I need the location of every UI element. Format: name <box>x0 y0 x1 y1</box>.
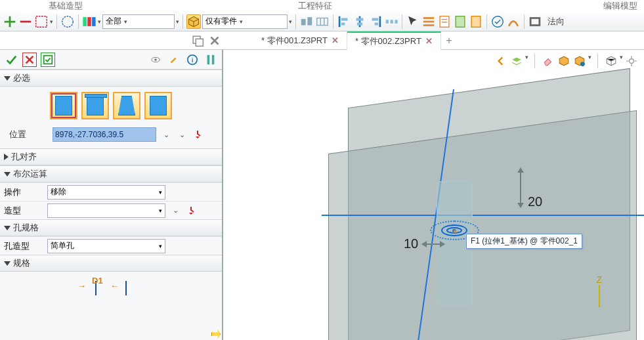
pick-icon[interactable] <box>192 129 204 140</box>
top-categories: 基础造型 工程特征 编辑模型 <box>0 0 644 12</box>
panel-boolean[interactable]: 布尔运算 <box>0 165 222 182</box>
expand-icon[interactable] <box>204 53 218 67</box>
svg-rect-19 <box>375 22 379 25</box>
align-l-icon[interactable] <box>337 14 351 29</box>
shape-label: 造型 <box>4 205 43 217</box>
panel-title: 规格 <box>13 257 30 269</box>
center-marker-icon: ✶ <box>452 227 458 236</box>
brush-icon[interactable] <box>167 53 181 67</box>
svg-text:i: i <box>192 56 194 63</box>
holetype-value: 简单孔 <box>51 240 74 251</box>
panel-hole-align[interactable]: 孔对齐 <box>0 148 222 165</box>
panel-close-icon[interactable] <box>207 33 222 48</box>
svg-point-2 <box>62 16 74 27</box>
operation-value: 移除 <box>51 186 66 198</box>
cursor-icon[interactable] <box>406 14 420 29</box>
circle-check-icon[interactable] <box>490 14 505 29</box>
svg-rect-16 <box>357 22 362 25</box>
info-icon[interactable]: i <box>185 53 200 67</box>
svg-rect-13 <box>341 22 345 25</box>
dropdown2-icon[interactable]: ⌄ <box>176 129 188 140</box>
d1-label: D1 <box>92 276 103 286</box>
filter-combo[interactable]: 仅有零件▾ <box>202 14 288 29</box>
axis-z-indicator: Z <box>596 274 602 307</box>
circle-select-icon[interactable] <box>60 14 75 29</box>
add-icon[interactable] <box>3 14 17 29</box>
svg-rect-20 <box>386 20 389 24</box>
holetype-t-button[interactable] <box>81 92 109 119</box>
add-tab-button[interactable]: + <box>441 35 457 47</box>
cat-feature[interactable]: 工程特征 <box>131 0 499 12</box>
tab-label: * 零件002.Z3PRT <box>355 35 421 47</box>
doc3-icon[interactable] <box>469 14 483 29</box>
holetype-edit-button[interactable] <box>144 92 172 119</box>
panel-hole-spec[interactable]: 孔规格 <box>0 219 222 236</box>
svg-rect-1 <box>36 16 47 27</box>
align-r-icon[interactable] <box>368 14 383 29</box>
arc-icon[interactable] <box>506 14 521 29</box>
close-icon[interactable]: ✕ <box>425 36 433 46</box>
scope-combo[interactable]: 全部▾ <box>102 14 175 29</box>
operation-dropdown[interactable]: 移除▾ <box>47 185 165 200</box>
svg-rect-40 <box>207 54 210 64</box>
holetype-simple-button[interactable] <box>50 92 77 119</box>
eye-icon[interactable] <box>148 53 163 67</box>
panel-title: 必选 <box>13 72 30 84</box>
svg-rect-25 <box>423 24 435 26</box>
svg-rect-8 <box>317 18 328 25</box>
group2-icon[interactable] <box>315 14 330 29</box>
group1-icon[interactable] <box>299 14 314 29</box>
svg-rect-3 <box>83 17 87 26</box>
close-icon[interactable]: ✕ <box>332 35 339 45</box>
dimension-20[interactable]: 20 <box>520 168 521 207</box>
axis-horizontal <box>322 215 644 216</box>
normal-label[interactable]: 法向 <box>547 16 565 28</box>
palette-icon[interactable] <box>82 14 97 29</box>
svg-point-37 <box>154 58 157 61</box>
position-input[interactable] <box>53 127 156 142</box>
svg-rect-27 <box>442 18 447 19</box>
svg-rect-7 <box>307 17 312 25</box>
panel-spec2[interactable]: 规格 <box>0 255 222 272</box>
rect-icon[interactable] <box>528 14 542 29</box>
dimension-value: 10 <box>404 236 418 251</box>
cancel-button[interactable] <box>22 53 37 67</box>
svg-rect-32 <box>530 18 540 25</box>
box-icon[interactable] <box>186 14 201 29</box>
scope-value: 全部 <box>106 16 121 27</box>
panel-required[interactable]: 必选 <box>0 70 222 87</box>
svg-rect-41 <box>212 54 215 64</box>
ok-button[interactable] <box>4 53 18 67</box>
pick-icon[interactable] <box>185 205 197 217</box>
doc2-icon[interactable] <box>453 14 467 29</box>
svg-rect-24 <box>423 20 435 22</box>
remove-icon[interactable] <box>18 14 33 29</box>
svg-rect-35 <box>44 55 53 64</box>
dropdown-icon[interactable]: ⌄ <box>160 129 172 140</box>
svg-rect-21 <box>391 20 393 24</box>
panel-title: 布尔运算 <box>13 168 47 180</box>
svg-rect-6 <box>301 18 306 25</box>
svg-rect-4 <box>87 17 91 26</box>
holetype-dropdown[interactable]: 简单孔▾ <box>47 239 165 253</box>
doc1-icon[interactable] <box>437 14 452 29</box>
tab-part001[interactable]: * 零件001.Z3PRT ✕ <box>253 32 347 50</box>
tab-part002[interactable]: * 零件002.Z3PRT ✕ <box>347 32 441 50</box>
holetype-taper-button[interactable] <box>113 92 140 119</box>
dimension-value: 20 <box>528 194 542 209</box>
shape-dropdown[interactable]: ▾ <box>47 203 165 218</box>
dimension-10[interactable]: 10 <box>404 236 444 251</box>
panel-restore-icon[interactable] <box>190 33 205 48</box>
apply-button[interactable] <box>41 53 55 67</box>
holetype-label: 孔造型 <box>4 240 43 252</box>
cat-basic[interactable]: 基础造型 <box>0 0 131 12</box>
cat-edit[interactable]: 编辑模型 <box>499 0 644 12</box>
dist-icon[interactable] <box>384 14 398 29</box>
align-c-icon[interactable] <box>353 14 367 29</box>
viewport-3d[interactable]: ▾ ▾ ▾ ✶ <box>223 50 644 340</box>
list-icon[interactable] <box>421 14 436 29</box>
select-box-icon[interactable] <box>34 14 49 29</box>
filter-value: 仅有零件 <box>205 16 237 27</box>
dropdown-icon[interactable]: ⌄ <box>169 205 181 217</box>
tab-label: * 零件001.Z3PRT <box>261 35 328 47</box>
